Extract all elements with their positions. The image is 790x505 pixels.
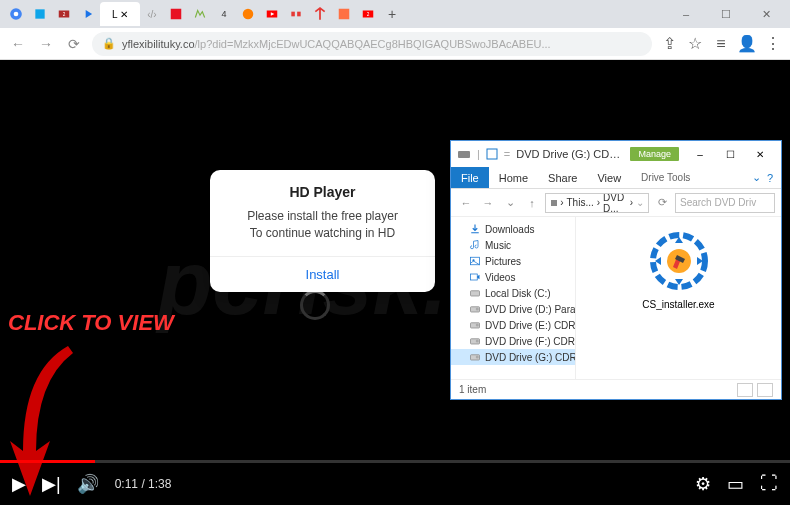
- installer-icon: [647, 229, 711, 293]
- tab-4[interactable]: [76, 2, 100, 26]
- ribbon-view[interactable]: View: [587, 167, 631, 188]
- ribbon-help[interactable]: ?: [767, 172, 773, 184]
- fullscreen-icon[interactable]: ⛶: [760, 473, 778, 495]
- explorer-nav: ← → ⌄ ↑ ›This...›DVD D...› ⌄ ⟳ Search DV…: [451, 189, 781, 217]
- drive-icon: [457, 147, 471, 161]
- time-display: 0:11 / 1:38: [115, 477, 172, 491]
- theater-icon[interactable]: ▭: [727, 473, 744, 495]
- ribbon-file[interactable]: File: [451, 167, 489, 188]
- next-button[interactable]: ▶|: [42, 473, 61, 495]
- svg-point-24: [476, 324, 479, 327]
- new-tab-button[interactable]: +: [380, 2, 404, 26]
- browser-window: 2 L ✕ ‹/› 4 2 + – ☐ ✕ ← → ⟳ 🔒 yflexibili…: [0, 0, 790, 60]
- tab-8[interactable]: [188, 2, 212, 26]
- svg-rect-10: [297, 12, 301, 17]
- play-button[interactable]: ▶: [12, 473, 26, 495]
- nav-back[interactable]: ←: [457, 197, 475, 209]
- tab-3[interactable]: 2: [52, 2, 76, 26]
- ribbon-share[interactable]: Share: [538, 167, 587, 188]
- tab-9[interactable]: 4: [212, 2, 236, 26]
- maximize-button[interactable]: ☐: [706, 0, 746, 28]
- tab-active[interactable]: L ✕: [100, 2, 140, 26]
- tab-7[interactable]: [164, 2, 188, 26]
- tree-label: DVD Drive (E:) CDROM: [485, 320, 575, 331]
- lock-icon: 🔒: [102, 37, 116, 50]
- tree-label: DVD Drive (G:) CDROM: [485, 352, 575, 363]
- profile-icon[interactable]: 👤: [738, 35, 756, 53]
- file-name: CS_installer.exe: [639, 299, 719, 310]
- extensions-icon[interactable]: ≡: [712, 35, 730, 53]
- ribbon-home[interactable]: Home: [489, 167, 538, 188]
- ribbon-drive-tools[interactable]: Drive Tools: [631, 167, 700, 188]
- view-icons-button[interactable]: [757, 383, 773, 397]
- tree-label: DVD Drive (D:) Parallel: [485, 304, 575, 315]
- svg-rect-9: [291, 12, 295, 17]
- tab-2[interactable]: [28, 2, 52, 26]
- ribbon-expand[interactable]: ⌄: [752, 171, 761, 184]
- video-controls: ▶ ▶| 🔊 0:11 / 1:38 ⚙ ▭ ⛶: [0, 463, 790, 505]
- nav-recent[interactable]: ⌄: [501, 196, 519, 209]
- tree-item-3[interactable]: Videos: [451, 269, 575, 285]
- tree-item-8[interactable]: DVD Drive (G:) CDROM: [451, 349, 575, 365]
- explorer-close[interactable]: ✕: [745, 143, 775, 165]
- url-input[interactable]: 🔒 yflexibilituky.co/lp?did=MzkxMjcEDwUCA…: [92, 32, 652, 56]
- address-bar: ← → ⟳ 🔒 yflexibilituky.co/lp?did=MzkxMjc…: [0, 28, 790, 60]
- volume-button[interactable]: 🔊: [77, 473, 99, 495]
- checkbox-icon: [486, 148, 498, 160]
- svg-point-28: [476, 356, 479, 359]
- loading-spinner: [300, 290, 330, 320]
- tree-label: Pictures: [485, 256, 521, 267]
- file-item[interactable]: CS_installer.exe: [639, 229, 719, 310]
- tree-label: DVD Drive (F:) CDROM: [485, 336, 575, 347]
- explorer-search[interactable]: Search DVD Driv: [675, 193, 775, 213]
- tab-1[interactable]: [4, 2, 28, 26]
- explorer-minimize[interactable]: –: [685, 143, 715, 165]
- tree-item-5[interactable]: DVD Drive (D:) Parallel: [451, 301, 575, 317]
- view-details-button[interactable]: [737, 383, 753, 397]
- svg-point-6: [243, 9, 254, 20]
- nav-refresh[interactable]: ⟳: [653, 196, 671, 209]
- tab-14[interactable]: [332, 2, 356, 26]
- menu-icon[interactable]: ⋮: [764, 35, 782, 53]
- explorer-maximize[interactable]: ☐: [715, 143, 745, 165]
- star-icon[interactable]: ☆: [686, 35, 704, 53]
- tab-11[interactable]: [260, 2, 284, 26]
- tree-label: Local Disk (C:): [485, 288, 551, 299]
- svg-text:2: 2: [367, 12, 370, 17]
- back-button[interactable]: ←: [8, 34, 28, 54]
- manage-badge: Manage: [630, 147, 679, 161]
- svg-point-1: [14, 12, 19, 17]
- svg-rect-5: [171, 9, 182, 20]
- explorer-title-bar[interactable]: | = DVD Drive (G:) CDROM... Manage – ☐ ✕: [451, 141, 781, 167]
- tree-item-6[interactable]: DVD Drive (E:) CDROM: [451, 317, 575, 333]
- svg-rect-20: [471, 291, 480, 296]
- tab-12[interactable]: [284, 2, 308, 26]
- explorer-ribbon: File Home Share View Drive Tools ⌄ ?: [451, 167, 781, 189]
- share-icon[interactable]: ⇪: [660, 35, 678, 53]
- file-explorer-window: | = DVD Drive (G:) CDROM... Manage – ☐ ✕…: [450, 140, 782, 400]
- settings-icon[interactable]: ⚙: [695, 473, 711, 495]
- nav-up[interactable]: ↑: [523, 197, 541, 209]
- explorer-content[interactable]: CS_installer.exe: [576, 217, 781, 379]
- nav-forward[interactable]: →: [479, 197, 497, 209]
- tree-item-0[interactable]: Downloads: [451, 221, 575, 237]
- tree-item-7[interactable]: DVD Drive (F:) CDROM: [451, 333, 575, 349]
- svg-rect-11: [339, 9, 350, 20]
- tab-6[interactable]: ‹/›: [140, 2, 164, 26]
- close-button[interactable]: ✕: [746, 0, 786, 28]
- install-button[interactable]: Install: [210, 256, 435, 292]
- explorer-title: DVD Drive (G:) CDROM...: [516, 148, 624, 160]
- breadcrumb[interactable]: ›This...›DVD D...› ⌄: [545, 193, 649, 213]
- minimize-button[interactable]: –: [666, 0, 706, 28]
- tab-15[interactable]: 2: [356, 2, 380, 26]
- tree-item-4[interactable]: Local Disk (C:): [451, 285, 575, 301]
- explorer-status-bar: 1 item: [451, 379, 781, 399]
- reload-button[interactable]: ⟳: [64, 34, 84, 54]
- url-text: yflexibilituky.co/lp?did=MzkxMjcEDwUCAQQ…: [122, 38, 642, 50]
- forward-button[interactable]: →: [36, 34, 56, 54]
- tree-item-1[interactable]: Music: [451, 237, 575, 253]
- svg-rect-14: [458, 151, 470, 158]
- tree-item-2[interactable]: Pictures: [451, 253, 575, 269]
- tab-10[interactable]: [236, 2, 260, 26]
- tab-13[interactable]: [308, 2, 332, 26]
